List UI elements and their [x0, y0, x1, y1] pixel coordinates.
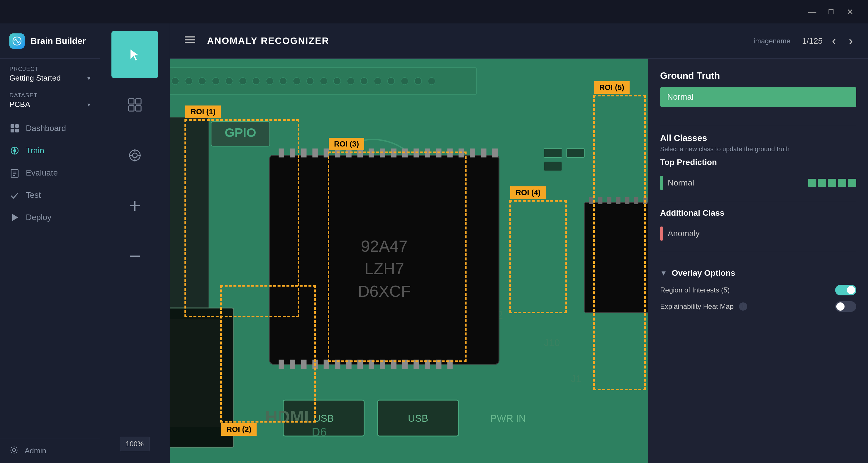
svg-point-58 [401, 77, 408, 85]
svg-rect-113 [470, 148, 475, 158]
heatmap-overlay-label: Explainability Heat Map [660, 302, 734, 310]
project-value[interactable]: Getting Started ▾ [9, 73, 90, 82]
svg-point-54 [347, 77, 354, 85]
svg-text:USB: USB [313, 412, 334, 424]
svg-point-49 [279, 77, 287, 85]
evaluate-icon [9, 168, 20, 178]
add-tool-button[interactable] [112, 182, 158, 229]
roi-box-3[interactable]: ROI (3) [328, 152, 467, 362]
sidebar-item-deploy[interactable]: Deploy [0, 206, 100, 229]
roi-box-4[interactable]: ROI (4) [509, 200, 567, 313]
dataset-value[interactable]: PCBA ▾ [9, 100, 90, 109]
top-prediction-color-indicator [660, 176, 663, 190]
nav-items: Dashboard Train Evaluate Test [0, 111, 100, 438]
svg-text:J1: J1 [571, 373, 582, 384]
svg-text:USB: USB [408, 412, 428, 424]
heatmap-info-icon[interactable]: i [739, 302, 747, 310]
prev-image-button[interactable]: ‹ [829, 32, 839, 50]
train-icon [9, 145, 20, 156]
dashboard-icon [9, 123, 20, 134]
prediction-confidence-bars [808, 179, 856, 187]
brand-icon [9, 33, 25, 48]
settings-icon [9, 445, 20, 456]
image-name: imagename [754, 37, 790, 45]
next-image-button[interactable]: › [845, 32, 856, 50]
project-section: PROJECT Getting Started ▾ [0, 59, 100, 85]
svg-text:D6: D6 [312, 426, 327, 438]
roi-label-3: ROI (3) [329, 138, 364, 150]
sidebar-item-dashboard[interactable]: Dashboard [0, 117, 100, 139]
admin-label: Admin [25, 446, 46, 455]
svg-rect-3 [10, 129, 14, 132]
svg-rect-68 [566, 148, 584, 158]
svg-rect-136 [589, 197, 593, 204]
menu-button[interactable] [182, 33, 198, 49]
canvas-area[interactable]: GPIO [170, 59, 648, 463]
project-label: PROJECT [9, 66, 90, 72]
svg-point-47 [252, 77, 260, 85]
window-controls: — □ ✕ [806, 5, 856, 18]
bar-1 [808, 179, 816, 187]
cursor-tool-button[interactable] [112, 31, 158, 78]
bar-5 [848, 179, 856, 187]
toolbar: 100% [100, 24, 170, 463]
dataset-label: DATASET [9, 92, 90, 99]
divider-2 [660, 201, 856, 201]
bar-3 [828, 179, 836, 187]
svg-point-48 [266, 77, 273, 85]
svg-rect-67 [544, 148, 562, 158]
roi-label-5: ROI (5) [594, 81, 629, 94]
svg-rect-17 [129, 106, 134, 111]
overlay-section: ▼ Overlay Options Region of Interests (5… [660, 268, 856, 318]
ground-truth-badge: Normal [660, 87, 856, 107]
svg-point-56 [374, 77, 381, 85]
sidebar-item-label-deploy: Deploy [26, 213, 51, 222]
roi-overlay-item: Region of Interests (5) [660, 285, 856, 295]
svg-point-46 [239, 77, 246, 85]
svg-rect-1 [10, 124, 14, 128]
heatmap-toggle[interactable] [835, 301, 856, 312]
app-title: ANOMALY RECOGNIZER [207, 35, 745, 46]
roi-box-5[interactable]: ROI (5) [593, 95, 646, 390]
heatmap-toggle-knob [836, 302, 844, 310]
brand: Brain Builder [0, 24, 100, 59]
svg-point-52 [320, 77, 327, 85]
close-button[interactable]: ✕ [843, 5, 856, 18]
test-icon [9, 190, 20, 200]
divider-1 [660, 126, 856, 126]
anomaly-color-indicator [660, 227, 663, 240]
minimize-button[interactable]: — [806, 5, 819, 18]
sidebar-item-label-evaluate: Evaluate [26, 168, 58, 177]
project-dropdown-icon: ▾ [87, 75, 90, 82]
roi-overlay-label: Region of Interests (5) [660, 286, 730, 294]
overlay-header[interactable]: ▼ Overlay Options [660, 268, 856, 278]
additional-class-value: Anomaly [668, 229, 856, 238]
ground-truth-title: Ground Truth [660, 70, 856, 81]
sidebar-item-label-train: Train [26, 146, 44, 155]
sidebar-item-train[interactable]: Train [0, 139, 100, 162]
remove-tool-button[interactable] [112, 233, 158, 279]
svg-text:J10: J10 [544, 337, 560, 348]
top-prediction-title: Top Prediction [660, 158, 856, 167]
sidebar-item-evaluate[interactable]: Evaluate [0, 162, 100, 184]
svg-point-59 [414, 77, 422, 85]
additional-class-title: Additional Class [660, 208, 856, 218]
admin-section[interactable]: Admin [0, 438, 100, 463]
roi-label-1: ROI (1) [185, 105, 221, 118]
dataset-dropdown-icon: ▾ [87, 101, 90, 108]
titlebar: — □ ✕ [0, 0, 868, 24]
maximize-button[interactable]: □ [825, 5, 837, 18]
svg-point-51 [306, 77, 314, 85]
svg-point-41 [172, 77, 179, 85]
sidebar-item-test[interactable]: Test [0, 184, 100, 206]
image-nav: imagename 1/125 ‹ › [754, 32, 856, 50]
grid-tool-button[interactable] [112, 81, 158, 128]
svg-rect-18 [136, 106, 141, 111]
roi-toggle[interactable] [835, 285, 856, 295]
svg-rect-99 [312, 148, 318, 158]
svg-point-55 [361, 77, 368, 85]
roi-box-2[interactable]: ROI (2) [220, 285, 316, 423]
sidebar: Brain Builder PROJECT Getting Started ▾ … [0, 24, 100, 463]
svg-point-43 [198, 77, 206, 85]
target-tool-button[interactable] [112, 132, 158, 179]
